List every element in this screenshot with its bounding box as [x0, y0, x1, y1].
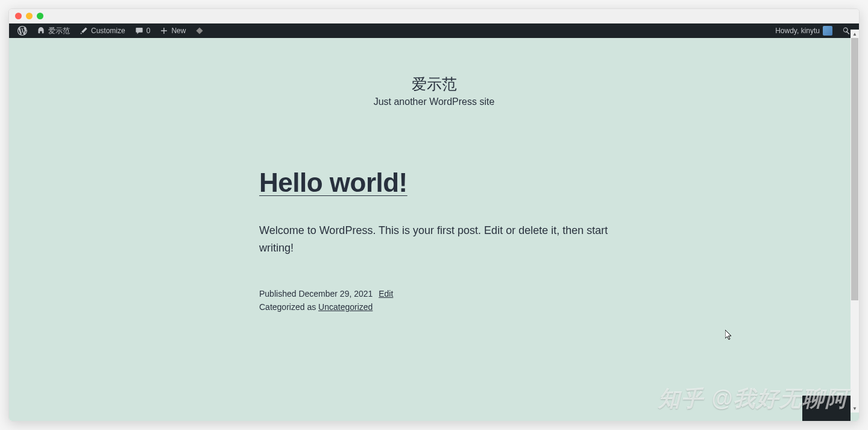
search-icon [842, 27, 851, 35]
diamond-icon [195, 27, 204, 35]
scroll-down-arrow[interactable]: ▼ [851, 404, 859, 413]
new-label: New [171, 27, 186, 35]
post-title-link[interactable]: Hello world! [259, 168, 609, 198]
wp-admin-bar: 爱示范 Customize 0 [9, 24, 859, 38]
published-date: December 29, 2021 [298, 289, 373, 299]
customize-link[interactable]: Customize [75, 24, 130, 38]
window-titlebar [9, 9, 859, 24]
customize-label: Customize [91, 27, 125, 35]
dark-mode-toggle[interactable] [802, 396, 851, 421]
close-window-button[interactable] [15, 13, 22, 19]
post-meta: Published December 29, 2021 Edit Categor… [259, 287, 609, 314]
post-article: Hello world! Welcome to WordPress. This … [247, 168, 621, 314]
categorized-label: Categorized as [259, 302, 316, 312]
brush-icon [80, 27, 88, 35]
site-tagline: Just another WordPress site [9, 96, 859, 107]
site-header: 爱示范 Just another WordPress site [9, 74, 859, 107]
scroll-up-arrow[interactable]: ▲ [851, 30, 859, 38]
browser-window: 爱示范 Customize 0 [8, 8, 860, 422]
avatar [823, 26, 832, 36]
comments-count: 0 [146, 27, 151, 35]
scrollbar-track[interactable]: ▲ ▼ [851, 38, 859, 413]
howdy-text: Howdy, kinytu [775, 27, 820, 35]
site-name-link[interactable]: 爱示范 [32, 24, 75, 38]
edit-post-link[interactable]: Edit [379, 289, 393, 299]
my-account-link[interactable]: Howdy, kinytu [770, 24, 837, 38]
wordpress-icon [17, 26, 27, 36]
minimize-window-button[interactable] [26, 13, 33, 19]
post-excerpt: Welcome to WordPress. This is your first… [259, 222, 609, 257]
adminbar-left-group: 爱示范 Customize 0 [13, 24, 209, 38]
maximize-window-button[interactable] [37, 13, 43, 19]
extra-menu-item[interactable] [190, 24, 209, 38]
new-content-link[interactable]: New [155, 24, 190, 38]
scrollbar-thumb[interactable] [851, 38, 858, 300]
dashboard-icon [37, 27, 45, 35]
category-link[interactable]: Uncategorized [318, 302, 373, 312]
page-content: 爱示范 Customize 0 [9, 24, 859, 421]
comment-icon [135, 27, 143, 35]
wp-logo-menu[interactable] [13, 24, 32, 38]
published-label: Published [259, 289, 297, 299]
adminbar-right-group: Howdy, kinytu [770, 24, 855, 38]
post-meta-category: Categorized as Uncategorized [259, 300, 609, 314]
plus-icon [160, 27, 168, 35]
site-name-text: 爱示范 [48, 26, 70, 36]
site-title[interactable]: 爱示范 [9, 74, 859, 94]
site-body: 爱示范 Just another WordPress site Hello wo… [9, 38, 859, 421]
post-meta-published: Published December 29, 2021 Edit [259, 287, 609, 300]
comments-link[interactable]: 0 [130, 24, 156, 38]
